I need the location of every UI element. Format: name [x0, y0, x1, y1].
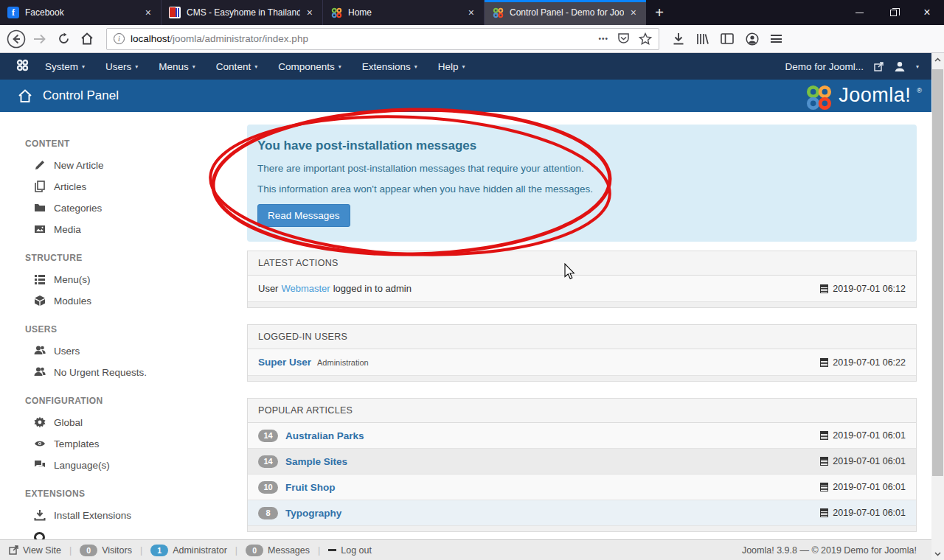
tab-title: Home: [348, 7, 462, 18]
article-link[interactable]: Sample Sites: [285, 456, 347, 467]
page-header: Control Panel Joomla! ®: [0, 80, 944, 112]
menu-content[interactable]: Content▾: [206, 53, 268, 80]
pocket-icon[interactable]: [617, 32, 630, 45]
minimize-button[interactable]: [842, 0, 876, 25]
article-link[interactable]: Typography: [285, 508, 341, 519]
calendar-icon: [820, 483, 828, 491]
section-title-content: CONTENT: [25, 139, 247, 149]
scroll-down-arrow[interactable]: [931, 547, 944, 560]
sidebar-item-no-urgent-requests[interactable]: No Urgent Requests.: [34, 366, 247, 378]
sidebar-item-templates[interactable]: Templates: [34, 438, 247, 449]
close-icon[interactable]: ×: [143, 7, 153, 18]
close-icon[interactable]: ×: [466, 7, 476, 18]
read-messages-button[interactable]: Read Messages: [257, 204, 350, 227]
popular-articles-panel: POPULAR ARTICLES 14 Australian Parks 201…: [247, 398, 917, 532]
article-link[interactable]: Fruit Shop: [285, 482, 336, 493]
home-button[interactable]: [75, 27, 99, 51]
panel-header: LOGGED-IN USERS: [248, 325, 916, 349]
sidebar-item-users[interactable]: Users: [34, 345, 247, 357]
article-date: 2019-07-01 06:01: [833, 508, 906, 518]
user-link[interactable]: Super User: [258, 357, 311, 368]
panel-header: POPULAR ARTICLES: [248, 399, 916, 423]
logout-link[interactable]: Log out: [328, 545, 372, 556]
scroll-up-arrow[interactable]: [931, 53, 944, 66]
menu-menus[interactable]: Menus▾: [148, 53, 206, 80]
scrollbar-thumb[interactable]: [932, 69, 943, 476]
view-site-link[interactable]: View Site: [9, 545, 61, 556]
section-title-extensions: EXTENSIONS: [25, 489, 247, 499]
post-installation-message-box: You have post-installation messages Ther…: [247, 125, 917, 242]
joomla-icon: [805, 84, 833, 111]
bookmark-star-icon[interactable]: [639, 32, 652, 45]
folder-icon: [34, 202, 46, 214]
sidebar-item-global[interactable]: Global: [34, 416, 247, 428]
chevron-down-icon[interactable]: ▾: [916, 63, 919, 70]
restore-button[interactable]: [876, 0, 910, 25]
menu-extensions[interactable]: Extensions▾: [352, 53, 428, 80]
visitors-status[interactable]: 0 Visitors: [80, 545, 132, 556]
tab-control-panel-active[interactable]: Control Panel - Demo for Joom ×: [485, 0, 646, 25]
version-copyright: Joomla! 3.9.8 — © 2019 Demo for Joomla!: [742, 545, 923, 556]
logged-in-user-row: Super User Administration 2019-07-01 06:…: [248, 349, 916, 376]
sidebar-item-install-extensions[interactable]: Install Extensions: [34, 509, 247, 521]
external-link-icon: [9, 545, 18, 555]
page-title: Control Panel: [43, 88, 119, 103]
forward-button[interactable]: [28, 27, 52, 51]
article-link[interactable]: Australian Parks: [285, 430, 364, 441]
sidebar-item-articles[interactable]: Articles: [34, 181, 247, 192]
menu-users[interactable]: Users▾: [95, 53, 148, 80]
sidebar-item-languages[interactable]: Language(s): [34, 459, 247, 471]
article-row: 14 Sample Sites 2019-07-01 06:01: [248, 449, 916, 475]
messages-status[interactable]: 0 Messages: [246, 545, 310, 556]
tab-title: CMS - Easyhome in Thailand: [187, 7, 300, 18]
new-tab-button[interactable]: +: [646, 0, 673, 25]
administrators-status[interactable]: 1 Administrator: [150, 545, 227, 556]
sidebar-item-modules[interactable]: Modules: [34, 295, 247, 307]
close-icon[interactable]: ×: [305, 7, 315, 18]
reload-icon: [58, 32, 70, 45]
latest-actions-panel: LATEST ACTIONS User Webmaster logged in …: [247, 251, 917, 308]
window-controls: ×: [842, 0, 944, 25]
registered-mark: ®: [917, 87, 922, 94]
admin-navbar: System▾ Users▾ Menus▾ Content▾ Component…: [0, 53, 944, 80]
url-bar[interactable]: i localhost/joomla/administrator/index.p…: [106, 28, 659, 50]
hits-badge: 14: [258, 455, 278, 468]
reload-button[interactable]: [52, 27, 75, 51]
chevron-down-icon: ▾: [82, 63, 85, 70]
sidebar-item-media[interactable]: Media: [34, 223, 247, 235]
account-icon[interactable]: [746, 32, 759, 46]
external-link-icon[interactable]: [874, 62, 884, 71]
admin-status-bar: View Site | 0 Visitors | 1 Administrator…: [0, 539, 931, 560]
menu-icon[interactable]: [771, 35, 782, 43]
user-menu-icon[interactable]: [894, 61, 906, 72]
sidebar-toggle-icon[interactable]: [721, 33, 734, 44]
close-icon[interactable]: ×: [628, 7, 639, 18]
menu-components[interactable]: Components▾: [268, 53, 352, 80]
menu-help[interactable]: Help▾: [428, 53, 476, 80]
home-icon: [18, 89, 32, 103]
article-row: 8 Typography 2019-07-01 06:01: [248, 500, 916, 526]
login-date: 2019-07-01 06:22: [833, 357, 906, 368]
sidebar-item-categories[interactable]: Categories: [34, 202, 247, 214]
user-link[interactable]: Webmaster: [281, 283, 330, 294]
panel-footer: [248, 302, 916, 307]
copy-pages-icon: [34, 181, 46, 192]
tab-cms-easyhome[interactable]: CMS - Easyhome in Thailand ×: [162, 0, 323, 25]
back-icon: [7, 29, 26, 49]
library-icon[interactable]: [696, 33, 709, 45]
page-scrollbar[interactable]: [931, 53, 944, 560]
joomla-icon: [16, 59, 29, 74]
messages-count-badge: 0: [246, 545, 263, 556]
tab-home[interactable]: Home ×: [323, 0, 485, 25]
logout-icon: [328, 549, 336, 551]
site-info-icon[interactable]: i: [114, 33, 125, 44]
sidebar-item-menus[interactable]: Menu(s): [34, 273, 247, 285]
page-actions-icon[interactable]: •••: [598, 35, 608, 43]
sidebar-item-new-article[interactable]: New Article: [34, 159, 247, 171]
close-window-button[interactable]: ×: [910, 0, 944, 25]
menu-system[interactable]: System▾: [35, 53, 95, 80]
site-preview-link[interactable]: Demo for Jooml...: [785, 61, 864, 72]
tab-facebook[interactable]: f Facebook ×: [0, 0, 162, 25]
downloads-icon[interactable]: [673, 32, 684, 45]
back-button[interactable]: [4, 27, 28, 51]
